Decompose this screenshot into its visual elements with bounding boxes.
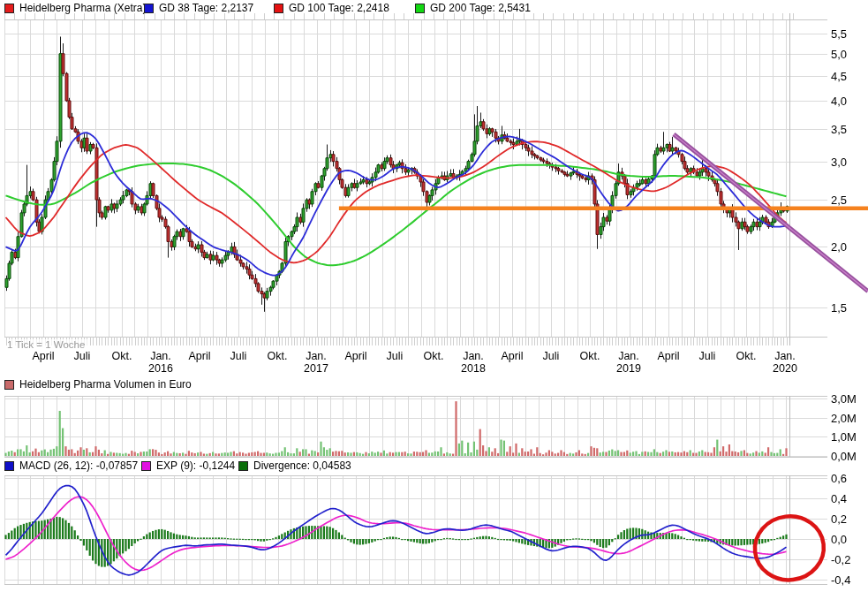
volume-axis-label: 3,0M — [831, 392, 857, 406]
price-axis-label: 4,5 — [831, 70, 847, 83]
price-axis-label: 2,0 — [831, 240, 847, 254]
x-axis-year-label: 2016 — [134, 362, 187, 375]
x-axis-year-label: 2018 — [447, 362, 500, 375]
legend-item-exp: EXP (9): -0,1244 — [141, 460, 235, 472]
x-axis-label: Jan. — [759, 350, 811, 362]
macd-axis-label: 0,6 — [831, 472, 847, 485]
legend-item-gd100: GD 100 Tage: 2,2418 — [274, 3, 389, 14]
macd-axis-label: 0,0 — [831, 533, 847, 546]
price-axis-label: 5,0 — [831, 48, 847, 61]
macd-swatch-icon — [4, 461, 14, 471]
macd-axis-label: 0,2 — [831, 512, 847, 526]
volume-swatch-icon — [4, 380, 14, 390]
gd38-label: GD 38 Tage: 2,2137 — [159, 3, 253, 14]
legend-item-macd: MACD (26, 12): -0,07857 — [4, 460, 138, 472]
price-axis-label: 3,5 — [831, 123, 847, 136]
stock-chart-screen: Heidelberg Pharma (Xetra) GD 38 Tage: 2,… — [0, 0, 868, 592]
macd-axis-label: -0,2 — [831, 553, 850, 566]
divergence-swatch-icon — [238, 461, 248, 471]
instrument-swatch-icon — [4, 4, 14, 13]
volume-axis-label: 2,0M — [831, 412, 857, 425]
price-axis-label: 3,0 — [831, 156, 847, 169]
price-axis-label: 4,0 — [831, 95, 847, 108]
volume-axis-label: 0,0M — [831, 450, 857, 463]
main-chart-legend: Heidelberg Pharma (Xetra) GD 38 Tage: 2,… — [0, 3, 868, 15]
divergence-value-label: Divergence: 0,04583 — [253, 460, 351, 472]
legend-item-gd200: GD 200 Tage: 2,5431 — [415, 3, 531, 14]
macd-axis-label: -0,4 — [831, 573, 850, 587]
legend-item-instrument: Heidelberg Pharma (Xetra) — [4, 3, 146, 14]
exp-value-label: EXP (9): -0,1244 — [156, 460, 235, 472]
price-axis-label: 1,5 — [831, 301, 847, 315]
price-axis-label: 2,5 — [831, 194, 847, 207]
tick-interval-note: 1 Tick = 1 Woche — [7, 339, 87, 350]
legend-item-gd38: GD 38 Tage: 2,2137 — [144, 3, 253, 14]
x-axis-year-label: 2017 — [290, 362, 343, 375]
gd100-swatch-icon — [274, 4, 283, 13]
gd100-label: GD 100 Tage: 2,2418 — [289, 3, 389, 14]
volume-legend: Heidelberg Pharma Volumen in Euro — [0, 379, 868, 391]
macd-axis-label: 0,4 — [831, 492, 847, 505]
volume-label: Heidelberg Pharma Volumen in Euro — [19, 379, 192, 391]
macd-legend: MACD (26, 12): -0,07857 EXP (9): -0,1244… — [0, 460, 868, 473]
exp-swatch-icon — [141, 461, 151, 471]
x-axis-year-label: 2019 — [602, 362, 655, 375]
gd200-swatch-icon — [415, 4, 425, 13]
x-axis-year-label: 2020 — [759, 362, 811, 375]
gd38-swatch-icon — [144, 4, 154, 13]
instrument-label: Heidelberg Pharma (Xetra) — [19, 3, 146, 14]
gd200-label: GD 200 Tage: 2,5431 — [430, 3, 531, 14]
price-axis-label: 5,5 — [831, 27, 847, 41]
stock-chart-canvas — [0, 0, 868, 592]
legend-item-divergence: Divergence: 0,04583 — [238, 460, 351, 472]
macd-value-label: MACD (26, 12): -0,07857 — [19, 460, 138, 472]
legend-item-volume: Heidelberg Pharma Volumen in Euro — [4, 379, 192, 391]
volume-axis-label: 1,0M — [831, 430, 857, 444]
